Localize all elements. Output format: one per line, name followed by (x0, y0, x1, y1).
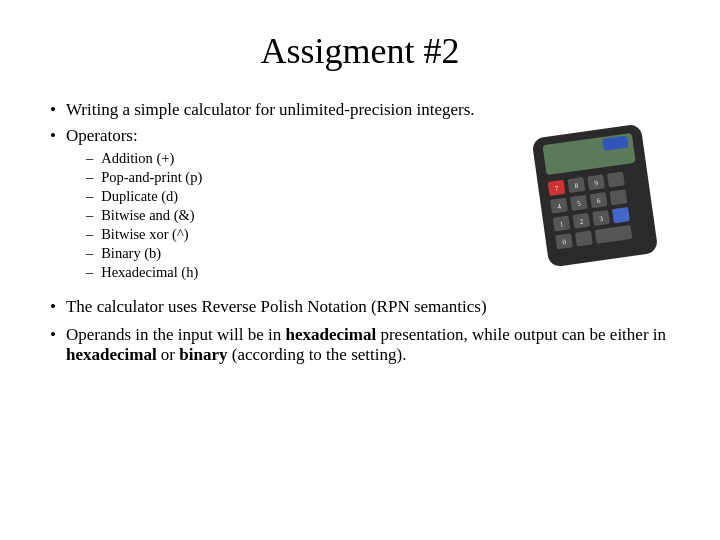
sub-item-6: Binary (b) (86, 245, 505, 262)
bottom-bullet-2: Operands in the input will be in hexadec… (50, 325, 670, 365)
bottom-bullet-1-text: The calculator uses Reverse Polish Notat… (66, 297, 670, 317)
slide-title: Assigment #2 (50, 30, 670, 72)
svg-rect-6 (607, 171, 625, 187)
operators-section: Operators: Addition (+) Pop-and-print (p… (66, 126, 670, 285)
svg-rect-16 (575, 231, 593, 247)
main-bullet-list: Writing a simple calculator for unlimite… (50, 100, 670, 285)
bullet-item-2: Operators: Addition (+) Pop-and-print (p… (50, 126, 670, 285)
sub-item-7: Hexadecimal (h) (86, 264, 505, 281)
bottom-bullet-list: The calculator uses Reverse Polish Notat… (50, 297, 670, 365)
operators-label: Operators: (66, 126, 138, 145)
sub-bullet-list: Addition (+) Pop-and-print (p) Duplicate… (86, 150, 505, 281)
sub-item-1: Addition (+) (86, 150, 505, 167)
sub-item-2: Pop-and-print (p) (86, 169, 505, 186)
operators-text: Operators: Addition (+) Pop-and-print (p… (66, 126, 505, 285)
sub-item-3: Duplicate (d) (86, 188, 505, 205)
bottom-bullet-1: The calculator uses Reverse Polish Notat… (50, 297, 670, 317)
sub-item-4: Bitwise and (&) (86, 207, 505, 224)
sub-item-5: Bitwise xor (^) (86, 226, 505, 243)
bullet-item-1: Writing a simple calculator for unlimite… (50, 100, 670, 120)
slide: Assigment #2 Writing a simple calculator… (0, 0, 720, 540)
svg-rect-10 (610, 189, 628, 205)
calculator-image: 7 8 9 4 5 6 1 2 3 0 (515, 121, 670, 271)
bullet-1-text: Writing a simple calculator for unlimite… (66, 100, 670, 120)
svg-rect-18 (612, 207, 630, 223)
bottom-bullet-2-text: Operands in the input will be in hexadec… (66, 325, 670, 365)
